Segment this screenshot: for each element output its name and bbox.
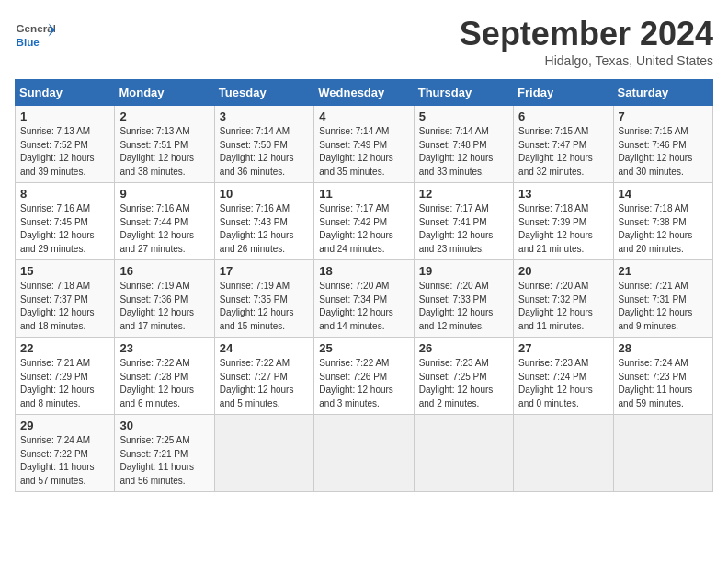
logo-icon: General Blue [15, 15, 55, 55]
calendar-day-cell [214, 415, 313, 492]
page-header: General Blue September 2024 Hidalgo, Tex… [15, 15, 713, 68]
calendar-day-cell: 2 Sunrise: 7:13 AMSunset: 7:51 PMDayligh… [115, 106, 214, 183]
logo: General Blue [15, 15, 55, 55]
calendar-day-cell: 20 Sunrise: 7:20 AMSunset: 7:32 PMDaylig… [514, 260, 613, 338]
day-info: Sunrise: 7:17 AMSunset: 7:41 PMDaylight:… [419, 203, 494, 254]
calendar-day-cell: 5 Sunrise: 7:14 AMSunset: 7:48 PMDayligh… [414, 106, 513, 183]
calendar-day-cell: 25 Sunrise: 7:22 AMSunset: 7:26 PMDaylig… [314, 338, 414, 415]
day-info: Sunrise: 7:19 AMSunset: 7:35 PMDaylight:… [220, 281, 294, 331]
calendar-day-cell: 15 Sunrise: 7:18 AMSunset: 7:37 PMDaylig… [16, 260, 115, 338]
calendar-day-cell: 28 Sunrise: 7:24 AMSunset: 7:23 PMDaylig… [613, 338, 712, 415]
day-info: Sunrise: 7:15 AMSunset: 7:47 PMDaylight:… [518, 126, 593, 177]
day-info: Sunrise: 7:18 AMSunset: 7:37 PMDaylight:… [20, 281, 95, 331]
day-info: Sunrise: 7:16 AMSunset: 7:43 PMDaylight:… [220, 203, 294, 254]
day-number: 23 [119, 341, 209, 355]
calendar-week-row: 15 Sunrise: 7:18 AMSunset: 7:37 PMDaylig… [16, 260, 713, 338]
calendar-day-cell: 4 Sunrise: 7:14 AMSunset: 7:49 PMDayligh… [314, 106, 414, 183]
calendar-day-cell [514, 415, 613, 492]
calendar-day-cell: 22 Sunrise: 7:21 AMSunset: 7:29 PMDaylig… [16, 338, 115, 415]
day-info: Sunrise: 7:13 AMSunset: 7:52 PMDaylight:… [20, 126, 95, 177]
weekday-header-sunday: Sunday [16, 80, 115, 106]
calendar-week-row: 22 Sunrise: 7:21 AMSunset: 7:29 PMDaylig… [16, 338, 713, 415]
calendar-day-cell: 30 Sunrise: 7:25 AMSunset: 7:21 PMDaylig… [115, 415, 214, 492]
day-number: 5 [419, 109, 508, 123]
day-info: Sunrise: 7:21 AMSunset: 7:31 PMDaylight:… [619, 281, 693, 331]
calendar-title: September 2024 [460, 15, 713, 53]
weekday-header-saturday: Saturday [613, 80, 712, 106]
day-number: 2 [119, 109, 209, 123]
day-info: Sunrise: 7:18 AMSunset: 7:39 PMDaylight:… [518, 203, 593, 254]
calendar-day-cell [613, 415, 712, 492]
day-number: 6 [518, 109, 608, 123]
weekday-header-thursday: Thursday [414, 80, 513, 106]
calendar-day-cell: 24 Sunrise: 7:22 AMSunset: 7:27 PMDaylig… [214, 338, 313, 415]
calendar-week-row: 8 Sunrise: 7:16 AMSunset: 7:45 PMDayligh… [16, 183, 713, 260]
calendar-day-cell: 9 Sunrise: 7:16 AMSunset: 7:44 PMDayligh… [115, 183, 214, 260]
calendar-day-cell [414, 415, 513, 492]
calendar-day-cell: 3 Sunrise: 7:14 AMSunset: 7:50 PMDayligh… [214, 106, 313, 183]
calendar-day-cell [314, 415, 414, 492]
day-info: Sunrise: 7:23 AMSunset: 7:24 PMDaylight:… [518, 358, 593, 408]
day-number: 30 [119, 419, 209, 432]
day-info: Sunrise: 7:18 AMSunset: 7:38 PMDaylight:… [619, 203, 693, 254]
day-info: Sunrise: 7:21 AMSunset: 7:29 PMDaylight:… [20, 358, 95, 408]
day-info: Sunrise: 7:17 AMSunset: 7:42 PMDaylight:… [319, 203, 393, 254]
day-info: Sunrise: 7:22 AMSunset: 7:28 PMDaylight:… [119, 358, 194, 408]
svg-text:Blue: Blue [16, 36, 40, 48]
calendar-day-cell: 14 Sunrise: 7:18 AMSunset: 7:38 PMDaylig… [613, 183, 712, 260]
day-number: 25 [319, 341, 408, 355]
day-number: 29 [20, 419, 109, 432]
day-number: 10 [220, 187, 309, 201]
title-area: September 2024 Hidalgo, Texas, United St… [460, 15, 713, 68]
calendar-day-cell: 12 Sunrise: 7:17 AMSunset: 7:41 PMDaylig… [414, 183, 513, 260]
day-info: Sunrise: 7:20 AMSunset: 7:32 PMDaylight:… [518, 281, 593, 331]
calendar-day-cell: 11 Sunrise: 7:17 AMSunset: 7:42 PMDaylig… [314, 183, 414, 260]
calendar-day-cell: 21 Sunrise: 7:21 AMSunset: 7:31 PMDaylig… [613, 260, 712, 338]
calendar-day-cell: 8 Sunrise: 7:16 AMSunset: 7:45 PMDayligh… [16, 183, 115, 260]
calendar-subtitle: Hidalgo, Texas, United States [460, 53, 713, 68]
calendar-day-cell: 10 Sunrise: 7:16 AMSunset: 7:43 PMDaylig… [214, 183, 313, 260]
day-number: 17 [220, 264, 309, 278]
day-info: Sunrise: 7:14 AMSunset: 7:49 PMDaylight:… [319, 126, 393, 177]
day-info: Sunrise: 7:16 AMSunset: 7:44 PMDaylight:… [119, 203, 194, 254]
day-info: Sunrise: 7:24 AMSunset: 7:22 PMDaylight:… [20, 435, 95, 486]
weekday-header-monday: Monday [115, 80, 214, 106]
day-number: 13 [518, 187, 608, 201]
day-number: 15 [20, 264, 109, 278]
day-number: 12 [419, 187, 508, 201]
day-info: Sunrise: 7:13 AMSunset: 7:51 PMDaylight:… [119, 126, 194, 177]
day-info: Sunrise: 7:20 AMSunset: 7:33 PMDaylight:… [419, 281, 494, 331]
calendar-day-cell: 18 Sunrise: 7:20 AMSunset: 7:34 PMDaylig… [314, 260, 414, 338]
day-number: 16 [119, 264, 209, 278]
weekday-header-wednesday: Wednesday [314, 80, 414, 106]
day-info: Sunrise: 7:16 AMSunset: 7:45 PMDaylight:… [20, 203, 95, 254]
day-number: 24 [220, 341, 309, 355]
calendar-day-cell: 7 Sunrise: 7:15 AMSunset: 7:46 PMDayligh… [613, 106, 712, 183]
calendar-day-cell: 1 Sunrise: 7:13 AMSunset: 7:52 PMDayligh… [16, 106, 115, 183]
calendar-table: SundayMondayTuesdayWednesdayThursdayFrid… [15, 79, 713, 492]
day-info: Sunrise: 7:22 AMSunset: 7:26 PMDaylight:… [319, 358, 393, 408]
day-number: 1 [20, 109, 109, 123]
calendar-day-cell: 17 Sunrise: 7:19 AMSunset: 7:35 PMDaylig… [214, 260, 313, 338]
weekday-header-row: SundayMondayTuesdayWednesdayThursdayFrid… [16, 80, 713, 106]
calendar-day-cell: 23 Sunrise: 7:22 AMSunset: 7:28 PMDaylig… [115, 338, 214, 415]
day-info: Sunrise: 7:14 AMSunset: 7:50 PMDaylight:… [220, 126, 294, 177]
day-number: 26 [419, 341, 508, 355]
day-number: 19 [419, 264, 508, 278]
day-number: 8 [20, 187, 109, 201]
day-number: 11 [319, 187, 408, 201]
day-info: Sunrise: 7:14 AMSunset: 7:48 PMDaylight:… [419, 126, 494, 177]
calendar-week-row: 1 Sunrise: 7:13 AMSunset: 7:52 PMDayligh… [16, 106, 713, 183]
weekday-header-tuesday: Tuesday [214, 80, 313, 106]
day-number: 20 [518, 264, 608, 278]
calendar-day-cell: 27 Sunrise: 7:23 AMSunset: 7:24 PMDaylig… [514, 338, 613, 415]
calendar-day-cell: 16 Sunrise: 7:19 AMSunset: 7:36 PMDaylig… [115, 260, 214, 338]
day-number: 21 [619, 264, 708, 278]
day-number: 9 [119, 187, 209, 201]
day-info: Sunrise: 7:22 AMSunset: 7:27 PMDaylight:… [220, 358, 294, 408]
day-info: Sunrise: 7:15 AMSunset: 7:46 PMDaylight:… [619, 126, 693, 177]
day-number: 27 [518, 341, 608, 355]
day-info: Sunrise: 7:19 AMSunset: 7:36 PMDaylight:… [119, 281, 194, 331]
day-number: 22 [20, 341, 109, 355]
calendar-day-cell: 26 Sunrise: 7:23 AMSunset: 7:25 PMDaylig… [414, 338, 513, 415]
